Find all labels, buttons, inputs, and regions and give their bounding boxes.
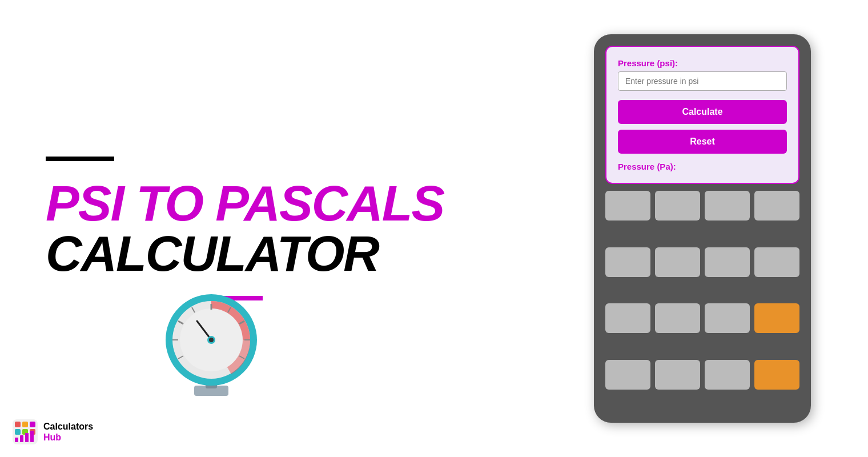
key-orange-1[interactable] [754, 303, 799, 333]
key-13[interactable] [655, 360, 700, 390]
svg-rect-26 [25, 433, 29, 442]
keypad [605, 191, 799, 411]
key-5[interactable] [605, 247, 650, 277]
pressure-input[interactable] [618, 71, 787, 91]
logo-text: Calculators Hub [43, 421, 93, 443]
page-container: PSI TO PASCALS CALCULATOR [0, 0, 868, 457]
svg-rect-25 [20, 435, 23, 442]
reset-button[interactable]: Reset [618, 130, 787, 154]
title-line2: CALCULATOR [46, 228, 445, 279]
output-label: Pressure (Pa): [618, 162, 787, 171]
svg-rect-27 [30, 431, 34, 442]
key-2[interactable] [655, 191, 700, 221]
key-14[interactable] [705, 360, 750, 390]
svg-point-16 [209, 338, 214, 342]
calculate-button[interactable]: Calculate [618, 100, 787, 124]
logo-icon [11, 418, 39, 446]
logo-calculators: Calculators [43, 421, 93, 432]
key-11[interactable] [705, 303, 750, 333]
svg-rect-20 [30, 422, 35, 427]
title-line1: PSI TO PASCALS [46, 178, 445, 228]
calculator-device: Pressure (psi): Calculate Reset Pressure… [594, 34, 811, 423]
key-4[interactable] [754, 191, 799, 221]
svg-rect-19 [22, 422, 28, 427]
gauge-illustration [148, 274, 274, 423]
key-8[interactable] [754, 247, 799, 277]
key-orange-2[interactable] [754, 360, 799, 390]
key-3[interactable] [705, 191, 750, 221]
calculator-screen: Pressure (psi): Calculate Reset Pressure… [605, 46, 799, 184]
key-10[interactable] [655, 303, 700, 333]
input-label: Pressure (psi): [618, 58, 787, 68]
key-6[interactable] [655, 247, 700, 277]
top-decorative-bar [46, 157, 114, 161]
svg-rect-21 [15, 429, 21, 435]
logo: Calculators Hub [11, 418, 93, 446]
logo-hub: Hub [43, 432, 93, 443]
svg-rect-24 [15, 438, 18, 442]
key-1[interactable] [605, 191, 650, 221]
svg-rect-18 [15, 422, 21, 427]
key-12[interactable] [605, 360, 650, 390]
key-9[interactable] [605, 303, 650, 333]
key-7[interactable] [705, 247, 750, 277]
